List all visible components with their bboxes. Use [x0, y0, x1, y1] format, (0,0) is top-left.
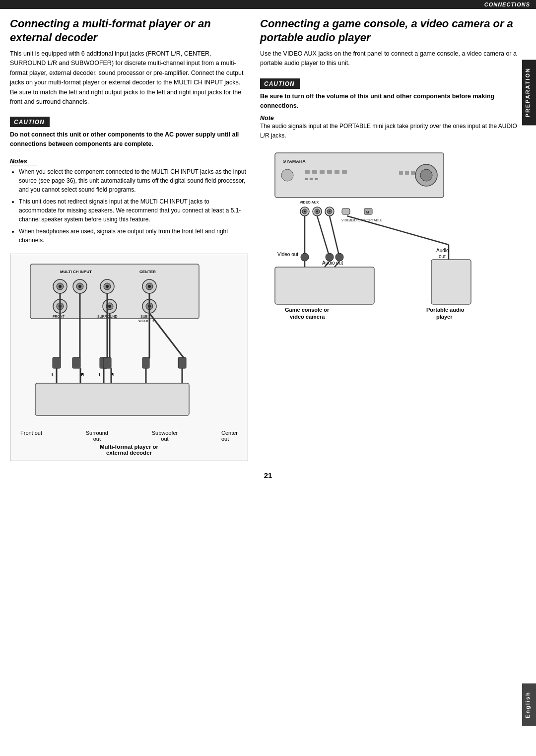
svg-point-11 — [106, 285, 109, 288]
header-label: CONNECTIONS — [484, 1, 530, 7]
svg-rect-40 — [103, 357, 111, 368]
svg-rect-58 — [335, 170, 339, 174]
svg-text:WOOFER: WOOFER — [138, 319, 154, 323]
svg-rect-98 — [431, 260, 471, 304]
left-column: Connecting a multi-format player or an e… — [10, 9, 248, 461]
svg-text:CENTER: CENTER — [139, 270, 156, 274]
right-note-section: Note The audio signals input at the PORT… — [260, 114, 522, 140]
svg-line-85 — [317, 216, 330, 257]
left-caution-text: Do not connect this unit or other compon… — [10, 130, 248, 149]
right-diagram-svg: ⊙YAMAHA — [260, 148, 498, 337]
svg-rect-60 — [305, 178, 308, 180]
svg-text:VIDEO AUX: VIDEO AUX — [300, 201, 319, 204]
svg-point-64 — [420, 169, 432, 181]
connections-header-bar: CONNECTIONS — [0, 0, 536, 9]
left-diagram-svg: MULTI CH INPUT CENTER — [15, 259, 224, 428]
svg-point-21 — [108, 305, 111, 308]
svg-rect-62 — [315, 178, 318, 180]
svg-point-14 — [148, 285, 151, 288]
svg-point-8 — [78, 285, 81, 288]
svg-rect-55 — [312, 170, 317, 174]
svg-rect-34 — [53, 357, 61, 368]
svg-text:FRONT: FRONT — [53, 315, 65, 318]
svg-line-87 — [347, 216, 449, 245]
svg-text:out: out — [439, 254, 446, 259]
svg-rect-42 — [142, 357, 149, 368]
svg-rect-36 — [72, 357, 80, 368]
svg-text:M: M — [366, 210, 369, 214]
svg-text:player: player — [436, 314, 453, 320]
svg-point-77 — [329, 210, 331, 212]
svg-point-53 — [281, 169, 293, 181]
svg-line-33 — [149, 313, 184, 358]
svg-rect-61 — [310, 178, 313, 180]
svg-rect-65 — [399, 171, 403, 175]
list-item: When headphones are used, signals are ou… — [19, 227, 248, 245]
svg-text:Audio out: Audio out — [322, 260, 343, 266]
right-caution-text: Be sure to turn off the volume of this u… — [260, 92, 522, 111]
left-caution-box: CAUTION — [10, 117, 50, 127]
center-out-label: Centerout — [221, 430, 238, 442]
svg-text:R: R — [81, 372, 84, 377]
right-caution-box: CAUTION — [260, 78, 300, 89]
list-item: This unit does not redirect signals inpu… — [19, 197, 248, 224]
left-section-body: This unit is equipped with 6 additional … — [10, 49, 248, 107]
svg-rect-59 — [342, 170, 347, 174]
svg-point-71 — [304, 210, 306, 212]
subwoofer-out-label: Subwooferout — [152, 430, 178, 442]
left-diagram: MULTI CH INPUT CENTER — [10, 254, 248, 461]
right-column: Connecting a game console, a video camer… — [260, 9, 522, 461]
svg-point-5 — [59, 285, 62, 288]
svg-text:Audio: Audio — [436, 248, 449, 253]
svg-point-89 — [301, 253, 309, 261]
front-out-label: Front out — [20, 430, 42, 442]
svg-rect-56 — [320, 170, 325, 174]
left-diagram-caption: Multi-format player or external decoder — [15, 444, 243, 456]
svg-text:MULTI CH INPUT: MULTI CH INPUT — [60, 270, 92, 274]
svg-rect-78 — [342, 208, 350, 214]
svg-rect-66 — [405, 171, 409, 175]
left-caution-label: CAUTION — [14, 119, 45, 126]
list-item: When you select the component connected … — [19, 167, 248, 194]
left-section-title: Connecting a multi-format player or an e… — [10, 17, 248, 44]
right-section-title: Connecting a game console, a video camer… — [260, 17, 522, 44]
left-caution-section: CAUTION Do not connect this unit or othe… — [10, 112, 248, 149]
notes-label: Notes — [10, 153, 248, 167]
right-caution-section: CAUTION Be sure to turn off the volume o… — [260, 73, 522, 111]
note-title: Note — [260, 115, 274, 122]
notes-list: When you select the component connected … — [10, 167, 248, 245]
svg-rect-44 — [35, 383, 189, 415]
svg-text:⊙YAMAHA: ⊙YAMAHA — [282, 159, 306, 164]
page-number: 21 — [0, 471, 536, 480]
right-caution-label: CAUTION — [264, 80, 295, 87]
svg-text:video camera: video camera — [290, 314, 325, 320]
preparation-side-tab: PREPARATION — [522, 60, 536, 125]
svg-text:Game console or: Game console or — [285, 307, 330, 313]
right-section-body: Use the VIDEO AUX jacks on the front pan… — [260, 49, 522, 69]
svg-rect-67 — [411, 171, 415, 175]
svg-line-86 — [330, 216, 339, 257]
svg-text:L: L — [52, 372, 55, 377]
svg-rect-54 — [305, 170, 310, 174]
note-text: The audio signals input at the PORTABLE … — [260, 122, 522, 140]
surround-out-label: Surroundout — [86, 430, 108, 442]
svg-rect-43 — [178, 357, 186, 368]
svg-point-74 — [316, 210, 318, 212]
svg-rect-92 — [275, 267, 374, 304]
english-side-tab: English — [522, 684, 536, 726]
right-diagram: ⊙YAMAHA — [260, 148, 522, 337]
notes-title: Notes — [10, 158, 37, 165]
svg-text:L: L — [99, 372, 102, 377]
svg-rect-57 — [327, 170, 332, 174]
svg-text:Video out: Video out — [277, 252, 298, 257]
svg-text:Portable audio: Portable audio — [426, 307, 465, 313]
svg-text:SUB: SUB — [140, 315, 148, 318]
